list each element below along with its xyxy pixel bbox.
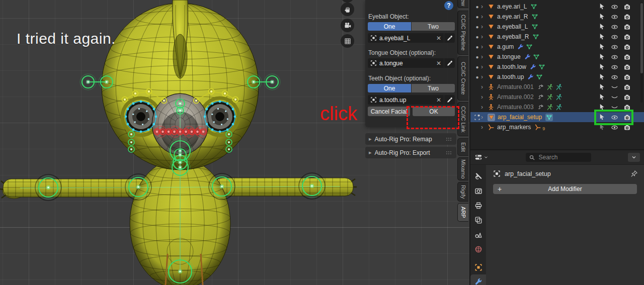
disable-render-toggle[interactable] [623,43,631,51]
disable-render-toggle[interactable] [623,73,631,81]
eyeball-object-field[interactable]: a.eyeball_L ✕ [368,33,444,43]
selectable-toggle[interactable] [599,53,606,60]
outliner-row-a.tongue[interactable]: ●›a.tongue [470,52,644,62]
hide-viewport-toggle[interactable] [611,53,618,61]
selectable-toggle[interactable] [599,114,606,121]
sidebar-tab-rigify[interactable]: Rigify [457,182,468,202]
expand-chevron-icon[interactable]: › [481,124,488,131]
selectable-toggle[interactable] [599,104,606,111]
hide-viewport-toggle[interactable] [611,63,618,71]
selectable-toggle[interactable] [599,33,606,40]
hide-viewport-toggle[interactable] [611,93,618,101]
search-input[interactable] [538,153,580,161]
sidebar-tab-cc-ic-pipeline[interactable]: CC/iC Pipeline [457,11,468,55]
autorig-remap-panel-header[interactable]: ▸ Auto-Rig Pro: Remap [365,133,456,145]
expand-chevron-icon[interactable]: › [481,13,488,20]
properties-tab-modifier[interactable] [470,274,486,285]
tongue-object-field[interactable]: a.tongue ✕ [368,58,444,68]
eyeball-two-button[interactable]: Two [412,22,455,31]
expand-chevron-icon[interactable]: › [481,114,488,121]
expand-chevron-icon[interactable]: › [481,93,488,101]
properties-tab-output[interactable] [470,198,486,213]
outliner-row-a.tooth.low[interactable]: ●›a.tooth.low [470,62,644,72]
outliner-row-Armature.002[interactable]: ›Armature.002 [470,92,644,102]
clear-tongue-icon[interactable]: ✕ [436,60,441,67]
selectable-toggle[interactable] [599,43,606,50]
disable-render-toggle[interactable] [623,83,631,91]
outliner-row-a.eyeball_R[interactable]: ●›a.eyeball_R [470,32,644,42]
teeth-two-button[interactable]: Two [412,84,455,92]
selectable-toggle[interactable] [599,83,606,90]
grid-ortho-gizmo[interactable] [341,34,354,48]
teeth-eyedropper-button[interactable] [444,95,455,105]
editor-type-button[interactable] [474,153,489,161]
hide-viewport-toggle[interactable] [611,3,618,11]
header-dropdown-button[interactable] [628,153,640,162]
pan-gizmo[interactable] [341,3,354,16]
hide-viewport-toggle[interactable] [611,23,618,31]
drag-grip-icon[interactable] [446,137,453,141]
selectable-toggle[interactable] [599,13,606,20]
selectable-toggle[interactable] [599,23,606,30]
cancel-facial-button[interactable]: Cancel Facial [368,107,410,116]
3d-viewport[interactable]: I tried it again. click ? Eyeball Object… [0,0,469,285]
expand-chevron-icon[interactable]: › [481,73,488,80]
clear-teeth-icon[interactable]: ✕ [436,97,441,104]
outliner-row-Armature.001[interactable]: ›Armature.001 [470,82,644,92]
autorig-export-panel-header[interactable]: ▸ Auto-Rig Pro: Export [365,147,456,158]
expand-chevron-icon[interactable]: › [481,23,488,30]
hide-viewport-toggle[interactable] [611,114,618,121]
selectable-toggle[interactable] [599,93,606,101]
outliner-row-arp_markers[interactable]: ›arp_markers9 [470,122,644,132]
expand-chevron-icon[interactable]: › [481,63,488,70]
properties-tab-view-layer[interactable] [470,213,486,227]
expand-chevron-icon[interactable]: › [481,83,488,90]
properties-tab-scene[interactable] [470,227,486,242]
properties-tab-tool[interactable] [470,169,486,183]
hide-viewport-toggle[interactable] [611,83,618,91]
disable-render-toggle[interactable] [623,114,631,121]
outliner-row-a.eyeball_L[interactable]: ●›a.eyeball_L [470,22,644,32]
hide-viewport-toggle[interactable] [611,33,618,41]
selectable-toggle[interactable] [599,73,606,80]
disable-render-toggle[interactable] [623,104,631,111]
selectable-toggle[interactable] [599,3,606,10]
outliner-row-arp_facial_setup[interactable]: ›arp_facial_setup [470,112,644,122]
disable-render-toggle[interactable] [623,23,631,31]
outliner-scrollbar[interactable] [640,2,643,103]
disable-render-toggle[interactable] [623,33,631,41]
sidebar-tab-cc-ic-create[interactable]: CC/iC Create [457,56,468,101]
drag-grip-icon[interactable] [446,151,453,155]
add-modifier-button[interactable]: + Add Modifier [493,184,637,194]
hide-viewport-toggle[interactable] [611,104,618,111]
camera-view-gizmo[interactable] [341,19,354,32]
disable-render-toggle[interactable] [623,53,631,61]
disable-render-toggle[interactable] [623,13,631,21]
properties-search-field[interactable] [526,153,591,162]
outliner-row-a.gum[interactable]: ●›a.gum [470,42,644,52]
expand-chevron-icon[interactable]: › [481,3,488,10]
outliner-row-Armature.003[interactable]: ›Armature.003 [470,102,644,112]
outliner-row-a.eye.ari_L[interactable]: ●›a.eye.ari_L [470,2,644,12]
pin-toggle[interactable] [630,170,638,177]
help-button[interactable]: ? [444,1,453,10]
disable-render-toggle[interactable] [623,93,631,101]
teeth-object-field[interactable]: a.tooth.up ✕ [368,95,444,105]
sidebar-tab-edit[interactable]: Edit [457,138,468,156]
hide-viewport-toggle[interactable] [611,73,618,81]
expand-chevron-icon[interactable]: › [481,33,488,40]
sidebar-tab-mixamo[interactable]: Mixamo [457,157,468,180]
sidebar-tab-ew[interactable]: ew [457,0,468,8]
tongue-eyedropper-button[interactable] [444,58,455,68]
expand-chevron-icon[interactable]: › [481,53,488,60]
hide-viewport-toggle[interactable] [611,124,618,131]
hide-viewport-toggle[interactable] [611,43,618,51]
sidebar-tab-arp[interactable]: ARP [457,203,468,222]
hide-viewport-toggle[interactable] [611,13,618,21]
selectable-toggle[interactable] [599,63,606,70]
properties-tab-object[interactable] [470,260,486,274]
disable-render-toggle[interactable] [623,63,631,71]
expand-chevron-icon[interactable]: › [481,43,488,50]
properties-tab-render[interactable] [470,183,486,198]
outliner-row-a.tooth.up[interactable]: ●›a.tooth.up [470,72,644,82]
